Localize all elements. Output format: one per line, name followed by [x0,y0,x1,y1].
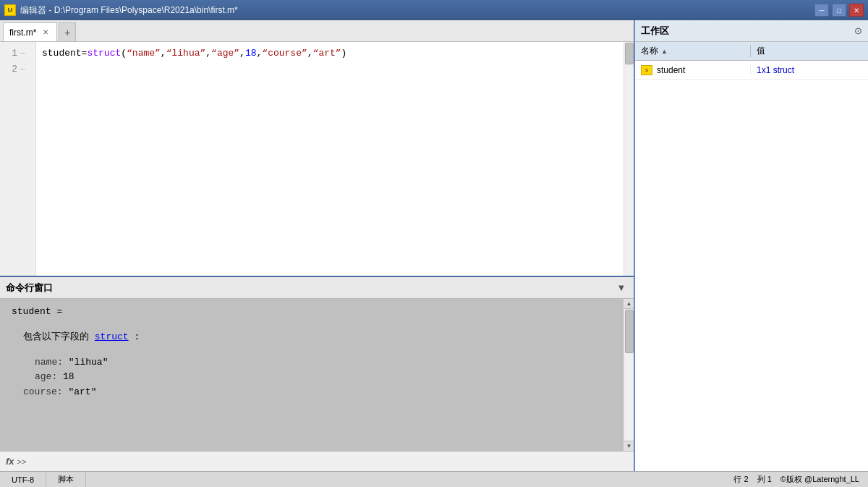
editor-scrollbar-thumb[interactable] [625,43,634,64]
editor-scrollbar[interactable] [624,42,634,276]
title-bar-left: M 编辑器 - D:\Program Files\Polyspace\R2021… [4,4,238,17]
title-bar: M 编辑器 - D:\Program Files\Polyspace\R2021… [0,0,868,20]
app-icon: M [4,4,16,16]
command-menu-icon[interactable]: ▼ [615,281,628,295]
right-column: 工作区 ⊙ 名称 ▲ 值 s student 1x [635,20,868,471]
editor-tab[interactable]: first.m* ✕ [3,22,57,41]
workspace-title: 工作区 [641,25,669,38]
status-bar: UTF-8 脚本 行 2 列 1 ©版权 @Laternght_LL [0,471,868,487]
code-content[interactable]: student=struct(“name”, “lihua”, “age”, 1… [36,42,624,276]
cmd-line-age: age: 18 [12,370,612,385]
cmd-line-student: student = [12,305,612,320]
cmd-contains-text: 包含以下字段的 [23,331,89,342]
workspace-menu-icon[interactable]: ⊙ [854,25,862,36]
app-icon-letter: M [7,7,13,14]
cmd-course-value: "art" [68,386,96,397]
command-window-title: 命令行窗口 [6,281,53,295]
code-func: struct [87,48,121,59]
chevron-right-icon: >> [17,457,27,466]
struct-link[interactable]: struct [95,331,129,342]
cmd-age-value: 18 [63,371,75,382]
app-wrapper: M 编辑器 - D:\Program Files\Polyspace\R2021… [0,0,868,487]
sort-icon[interactable]: ▲ [661,48,668,55]
status-copyright: ©版权 @Laternght_LL [780,474,859,485]
workspace-var-name: student [657,65,685,75]
workspace-row[interactable]: s student 1x1 struct [635,61,868,80]
cmd-line-struct-desc: 包含以下字段的 struct : [12,330,612,345]
cmd-student-output: student = [12,306,62,317]
workspace-empty-area [635,80,868,471]
scroll-down-button[interactable]: ▼ [624,441,634,451]
code-line-1: student=struct(“name”, “lihua”, “age”, 1… [42,45,618,61]
cmd-scrollbar-thumb[interactable] [625,310,634,353]
workspace-row-value: 1x1 struct [751,65,868,75]
close-button[interactable]: ✕ [849,4,864,17]
editor-section: first.m* ✕ + 1 — 2 — [0,20,634,277]
status-encoding: UTF-8 [0,472,46,487]
code-var: student [42,48,82,59]
status-right: 行 2 列 1 ©版权 @Laternght_LL [733,474,868,485]
command-footer: fx >> [0,451,634,471]
workspace-col-value-header: 值 [751,45,868,57]
tab-close-button[interactable]: ✕ [41,27,51,38]
cmd-course-label: course: [23,386,63,397]
encoding-label: UTF-8 [12,475,34,484]
col-value-label: 值 [757,46,765,56]
cmd-name-label: name: [35,357,63,368]
status-row: 行 2 [733,474,748,485]
command-scrollbar[interactable]: ▲ ▼ [624,299,634,451]
cmd-line-course: course: "art" [12,385,612,400]
status-script: 脚本 [46,472,86,487]
line-number-2: 2 — [0,61,35,77]
workspace-row-name: s student [635,65,751,75]
script-label: 脚本 [58,474,74,485]
col-name-label: 名称 [641,45,658,57]
left-column: first.m* ✕ + 1 — 2 — [0,20,635,471]
workspace-table-header: 名称 ▲ 值 [635,42,868,61]
tab-label: first.m* [9,27,36,38]
title-text: 编辑器 - D:\Program Files\Polyspace\R2021a\… [20,4,238,17]
line-numbers: 1 — 2 — [0,42,36,276]
content-row: first.m* ✕ + 1 — 2 — [0,20,868,471]
maximize-button[interactable]: □ [832,4,846,17]
struct-icon: s [641,65,652,75]
command-body: student = 包含以下字段的 struct : [0,299,634,451]
cmd-age-label: age: [35,371,57,382]
fx-icon: fx [6,456,14,467]
workspace-col-name-header: 名称 ▲ [635,45,751,57]
cmd-colon: : [134,331,140,342]
command-content[interactable]: student = 包含以下字段的 struct : [0,299,624,451]
tab-bar: first.m* ✕ + [0,20,634,42]
workspace-var-value: 1x1 struct [757,65,794,75]
command-header: 命令行窗口 ▼ [0,277,634,299]
cmd-name-value: "lihua" [69,357,109,368]
workspace-header: 工作区 ⊙ [635,20,868,42]
scroll-up-button[interactable]: ▲ [624,299,634,309]
code-area: 1 — 2 — student=struct(“name”, “lihua”, … [0,42,634,276]
title-bar-controls: ─ □ ✕ [814,4,864,17]
cmd-line-name: name: "lihua" [12,355,612,370]
code-line-2 [42,61,618,77]
line-number-1: 1 — [0,45,35,61]
minimize-button[interactable]: ─ [814,4,829,17]
status-col: 列 1 [757,474,772,485]
command-section: 命令行窗口 ▼ student = 包含以下字段的 struct [0,277,634,471]
new-tab-button[interactable]: + [59,22,76,41]
